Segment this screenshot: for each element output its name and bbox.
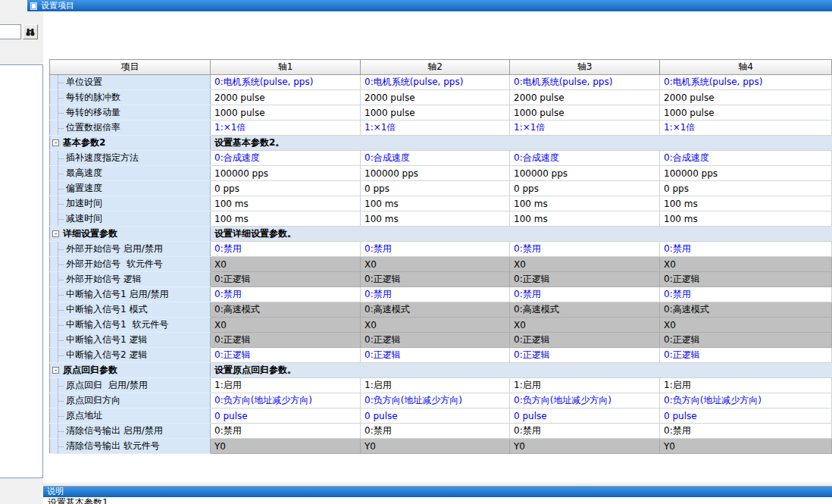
parameter-label-cell[interactable]: 偏置速度	[50, 181, 211, 196]
value-cell-axis4[interactable]: 0 pps	[660, 181, 832, 196]
value-cell-axis1[interactable]: 100 ms	[211, 196, 361, 211]
value-cell-axis1[interactable]: 0:正逻辑	[211, 348, 361, 363]
value-cell-axis3[interactable]: 100 ms	[510, 196, 660, 211]
value-cell-axis1[interactable]: X0	[211, 257, 361, 272]
value-cell-axis3[interactable]: X0	[510, 257, 660, 272]
value-cell-axis2[interactable]: 0:电机系统(pulse, pps)	[361, 75, 510, 90]
value-cell-axis2[interactable]: 1:启用	[361, 378, 510, 393]
value-cell-axis3[interactable]: 0:禁用	[510, 287, 660, 302]
value-cell-axis1[interactable]: 0 pulse	[211, 409, 361, 424]
value-cell-axis4[interactable]: 0:禁用	[660, 424, 832, 439]
value-cell-axis1[interactable]: 0:禁用	[211, 242, 361, 257]
parameter-label-cell[interactable]: 最高速度	[50, 166, 211, 181]
value-cell-axis4[interactable]: 0:高速模式	[660, 302, 832, 318]
value-cell-axis1[interactable]: 0:高速模式	[211, 302, 361, 318]
value-cell-axis2[interactable]: Y0	[361, 439, 510, 454]
value-cell-axis2[interactable]: 100 ms	[361, 196, 510, 211]
value-cell-axis2[interactable]: 0:合成速度	[361, 151, 510, 166]
value-cell-axis3[interactable]: 0:高速模式	[510, 302, 660, 318]
value-cell-axis3[interactable]: 1000 pulse	[510, 105, 660, 121]
value-cell-axis1[interactable]: 0:电机系统(pulse, pps)	[211, 75, 361, 90]
value-cell-axis4[interactable]: 0:合成速度	[660, 151, 832, 166]
value-cell-axis4[interactable]: 100 ms	[660, 196, 832, 211]
value-cell-axis2[interactable]: 0:正逻辑	[361, 272, 510, 287]
value-cell-axis2[interactable]: 0:禁用	[361, 424, 510, 439]
value-cell-axis2[interactable]: 0:负方向(地址减少方向)	[361, 393, 510, 409]
parameter-label-cell[interactable]: 位置数据倍率	[50, 121, 211, 136]
value-cell-axis1[interactable]: 0:负方向(地址减少方向)	[211, 393, 361, 409]
parameter-label-cell[interactable]: 加速时间	[50, 196, 211, 211]
value-cell-axis1[interactable]: 0:禁用	[211, 424, 361, 439]
value-cell-axis3[interactable]: 0:电机系统(pulse, pps)	[510, 75, 660, 90]
parameter-label-cell[interactable]: 插补速度指定方法	[50, 151, 211, 166]
value-cell-axis1[interactable]: 2000 pulse	[211, 90, 361, 105]
collapse-icon[interactable]: -	[52, 139, 59, 146]
value-cell-axis1[interactable]: X0	[211, 318, 361, 333]
tree-section-cell[interactable]: -基本参数2	[50, 136, 211, 151]
value-cell-axis4[interactable]: 100000 pps	[660, 166, 832, 181]
value-cell-axis1[interactable]: 0:禁用	[211, 287, 361, 302]
value-cell-axis2[interactable]: 1000 pulse	[361, 105, 510, 121]
value-cell-axis3[interactable]: 0:正逻辑	[510, 333, 660, 348]
value-cell-axis2[interactable]: 100000 pps	[361, 166, 510, 181]
value-cell-axis2[interactable]: 0:禁用	[361, 287, 510, 302]
value-cell-axis4[interactable]: 0:正逻辑	[660, 272, 832, 287]
parameter-label-cell[interactable]: 外部开始信号 软元件号	[50, 257, 211, 272]
tree-section-cell[interactable]: -详细设置参数	[50, 227, 211, 242]
parameter-label-cell[interactable]: 中断输入信号1 软元件号	[50, 318, 211, 333]
parameter-label-cell[interactable]: 每转的移动量	[50, 105, 211, 121]
value-cell-axis2[interactable]: X0	[361, 318, 510, 333]
parameter-label-cell[interactable]: 中断输入信号2 逻辑	[50, 348, 211, 363]
parameter-label-cell[interactable]: 清除信号输出 启用/禁用	[50, 424, 211, 439]
value-cell-axis3[interactable]: 1:启用	[510, 378, 660, 393]
value-cell-axis1[interactable]: 100000 pps	[211, 166, 361, 181]
value-cell-axis4[interactable]: 1:×1倍	[660, 121, 832, 136]
value-cell-axis4[interactable]: 0:电机系统(pulse, pps)	[660, 75, 832, 90]
value-cell-axis4[interactable]: 0:正逻辑	[660, 333, 832, 348]
tree-section-cell[interactable]: -原点回归参数	[50, 363, 211, 378]
value-cell-axis2[interactable]: 1:×1倍	[361, 121, 510, 136]
value-cell-axis1[interactable]: 1:×1倍	[211, 121, 361, 136]
value-cell-axis2[interactable]: 100 ms	[361, 211, 510, 227]
collapse-icon[interactable]: -	[52, 230, 59, 237]
value-cell-axis1[interactable]: 100 ms	[211, 211, 361, 227]
parameter-label-cell[interactable]: 中断输入信号1 逻辑	[50, 333, 211, 348]
value-cell-axis1[interactable]: 0:合成速度	[211, 151, 361, 166]
value-cell-axis4[interactable]: 0:正逻辑	[660, 348, 832, 363]
value-cell-axis3[interactable]: Y0	[510, 439, 660, 454]
search-input[interactable]	[0, 24, 21, 39]
value-cell-axis2[interactable]: 0:正逻辑	[361, 348, 510, 363]
value-cell-axis1[interactable]: 0:正逻辑	[211, 333, 361, 348]
parameter-label-cell[interactable]: 外部开始信号 逻辑	[50, 272, 211, 287]
value-cell-axis4[interactable]: X0	[660, 257, 832, 272]
value-cell-axis1[interactable]: 0 pps	[211, 181, 361, 196]
parameter-label-cell[interactable]: 每转的脉冲数	[50, 90, 211, 105]
value-cell-axis2[interactable]: 0:禁用	[361, 242, 510, 257]
parameter-label-cell[interactable]: 中断输入信号1 启用/禁用	[50, 287, 211, 302]
value-cell-axis4[interactable]: 1:启用	[660, 378, 832, 393]
value-cell-axis3[interactable]: 0 pulse	[510, 409, 660, 424]
value-cell-axis4[interactable]: 1000 pulse	[660, 105, 832, 121]
value-cell-axis3[interactable]: 100 ms	[510, 211, 660, 227]
value-cell-axis2[interactable]: 0:高速模式	[361, 302, 510, 318]
parameter-label-cell[interactable]: 原点地址	[50, 409, 211, 424]
search-button[interactable]	[23, 24, 38, 39]
value-cell-axis3[interactable]: 0:负方向(地址减少方向)	[510, 393, 660, 409]
value-cell-axis3[interactable]: X0	[510, 318, 660, 333]
value-cell-axis4[interactable]: 2000 pulse	[660, 90, 832, 105]
value-cell-axis1[interactable]: 1000 pulse	[211, 105, 361, 121]
value-cell-axis1[interactable]: 1:启用	[211, 378, 361, 393]
parameter-label-cell[interactable]: 原点回归方向	[50, 393, 211, 409]
value-cell-axis3[interactable]: 0:正逻辑	[510, 348, 660, 363]
value-cell-axis3[interactable]: 0:正逻辑	[510, 272, 660, 287]
parameter-label-cell[interactable]: 清除信号输出 软元件号	[50, 439, 211, 454]
parameter-label-cell[interactable]: 中断输入信号1 模式	[50, 302, 211, 318]
value-cell-axis1[interactable]: Y0	[211, 439, 361, 454]
value-cell-axis3[interactable]: 0 pps	[510, 181, 660, 196]
value-cell-axis3[interactable]: 2000 pulse	[510, 90, 660, 105]
value-cell-axis3[interactable]: 1:×1倍	[510, 121, 660, 136]
value-cell-axis4[interactable]: X0	[660, 318, 832, 333]
value-cell-axis4[interactable]: 0:负方向(地址减少方向)	[660, 393, 832, 409]
navigation-tree-panel[interactable]	[0, 64, 43, 478]
value-cell-axis2[interactable]: 0 pulse	[361, 409, 510, 424]
